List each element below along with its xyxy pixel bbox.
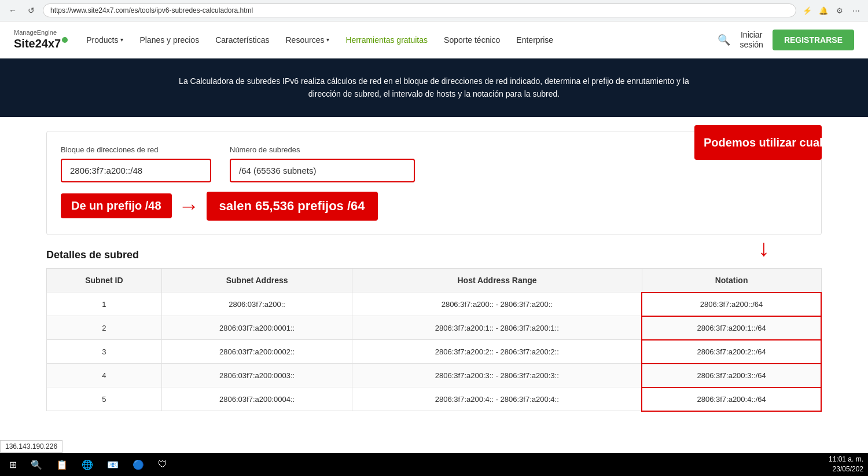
browser-icon-group: ⚡ 🔔 ⚙ ⋯ xyxy=(801,4,862,17)
cell-subnet-address: 2806:03f7:a200:0002:: xyxy=(161,340,352,364)
products-label: Products xyxy=(86,35,118,45)
cell-subnet-address: 2806:03f7:a200:0003:: xyxy=(161,364,352,387)
more-btn[interactable]: ⋯ xyxy=(849,4,862,17)
arrow-down-icon: ↓ xyxy=(758,235,770,261)
annotation-row: De un prefijo /48 → salen 65,536 prefijo… xyxy=(61,192,682,221)
cell-notation: 2806:3f7:a200:2::/64 xyxy=(642,340,821,364)
cell-notation: 2806:3f7:a200::/64 xyxy=(642,292,821,316)
table-row: 12806:03f7:a200::2806:3f7:a200:: - 2806:… xyxy=(47,292,822,316)
brand-logo[interactable]: ManageEngine Site24x7 xyxy=(14,29,68,50)
subnets-input[interactable] xyxy=(230,159,415,182)
subnets-label: Número de subredes xyxy=(230,145,415,154)
hero-text: La Calculadora de subredes IPv6 realiza … xyxy=(174,75,694,101)
herramientas-label: Herramientas gratuitas xyxy=(345,35,428,45)
cell-id: 2 xyxy=(47,316,162,340)
back-button[interactable]: ← xyxy=(6,3,20,17)
cell-notation: 2806:3f7:a200:4::/64 xyxy=(642,387,821,411)
nav-right: 🔍 Iniciarsesión REGISTRARSE xyxy=(718,30,854,50)
resources-link[interactable]: Resources ▾ xyxy=(286,35,330,45)
extension-btn-1[interactable]: ⚡ xyxy=(801,4,814,17)
table-title: Detalles de subred xyxy=(46,249,822,261)
subnet-table: Subnet ID Subnet Address Host Address Ra… xyxy=(46,268,822,412)
form-row: Bloque de direcciones de red Número de s… xyxy=(61,145,682,182)
cell-notation: 2806:3f7:a200:3::/64 xyxy=(642,364,821,387)
right-annotation-box: Podemos utilizar cualquiera de esos pref… xyxy=(694,125,822,160)
products-chevron: ▾ xyxy=(120,36,123,43)
login-button[interactable]: Iniciarsesión xyxy=(740,30,763,50)
cell-subnet-address: 2806:03f7:a200:0001:: xyxy=(161,316,352,340)
cell-host-range: 2806:3f7:a200:3:: - 2806:3f7:a200:3:: xyxy=(352,364,642,387)
block-label: Bloque de direcciones de red xyxy=(61,145,211,154)
address-bar[interactable]: https://www.site24x7.com/es/tools/ipv6-s… xyxy=(43,3,796,17)
cell-subnet-address: 2806:03f7:a200:: xyxy=(161,292,352,316)
nav-links: Products ▾ Planes y precios Característi… xyxy=(86,35,699,45)
soporte-link[interactable]: Soporte técnico xyxy=(444,35,500,45)
enterprise-label: Enterprise xyxy=(516,35,553,45)
table-header-row: Subnet ID Subnet Address Host Address Ra… xyxy=(47,268,822,292)
search-button[interactable]: 🔍 xyxy=(718,34,730,46)
col-header-id: Subnet ID xyxy=(47,268,162,292)
site24x7-text: Site24x7 xyxy=(14,36,68,50)
resources-label: Resources xyxy=(286,35,325,45)
browser-chrome: ← ↺ https://www.site24x7.com/es/tools/ip… xyxy=(0,0,868,21)
table-row: 52806:03f7:a200:0004::2806:3f7:a200:4:: … xyxy=(47,387,822,411)
cell-host-range: 2806:3f7:a200:: - 2806:3f7:a200:: xyxy=(352,292,642,316)
cell-id: 3 xyxy=(47,340,162,364)
annotation-center-box: salen 65,536 prefijos /64 xyxy=(207,192,378,221)
register-button[interactable]: REGISTRARSE xyxy=(773,30,854,50)
table-row: 32806:03f7:a200:0002::2806:3f7:a200:2:: … xyxy=(47,340,822,364)
cell-host-range: 2806:3f7:a200:1:: - 2806:3f7:a200:1:: xyxy=(352,316,642,340)
reload-button[interactable]: ↺ xyxy=(24,3,38,17)
products-link[interactable]: Products ▾ xyxy=(86,35,123,45)
extension-btn-3[interactable]: ⚙ xyxy=(833,4,846,17)
planes-label: Planes y precios xyxy=(139,35,199,45)
col-header-notation: Notation xyxy=(642,268,821,292)
subnets-form-group: Número de subredes xyxy=(230,145,415,182)
caracteristicas-label: Características xyxy=(215,35,269,45)
block-input[interactable] xyxy=(61,159,211,182)
cell-id: 1 xyxy=(47,292,162,316)
arrow-icon: → xyxy=(179,196,200,217)
col-header-address: Subnet Address xyxy=(161,268,352,292)
hero-banner: La Calculadora de subredes IPv6 realiza … xyxy=(0,58,868,117)
resources-chevron: ▾ xyxy=(326,36,329,43)
main-content: Podemos utilizar cualquiera de esos pref… xyxy=(35,117,833,426)
annotation-left-box: De un prefijo /48 xyxy=(61,193,172,218)
table-section: Detalles de subred Subnet ID Subnet Addr… xyxy=(46,249,822,412)
cell-id: 4 xyxy=(47,364,162,387)
herramientas-link[interactable]: Herramientas gratuitas xyxy=(345,35,428,45)
cell-id: 5 xyxy=(47,387,162,411)
manage-engine-text: ManageEngine xyxy=(14,29,68,36)
table-row: 22806:03f7:a200:0001::2806:3f7:a200:1:: … xyxy=(47,316,822,340)
block-form-group: Bloque de direcciones de red xyxy=(61,145,211,182)
planes-link[interactable]: Planes y precios xyxy=(139,35,199,45)
cell-host-range: 2806:3f7:a200:2:: - 2806:3f7:a200:2:: xyxy=(352,340,642,364)
cell-notation: 2806:3f7:a200:1::/64 xyxy=(642,316,821,340)
enterprise-link[interactable]: Enterprise xyxy=(516,35,553,45)
extension-btn-2[interactable]: 🔔 xyxy=(817,4,830,17)
col-header-range: Host Address Range xyxy=(352,268,642,292)
cell-host-range: 2806:3f7:a200:4:: - 2806:3f7:a200:4:: xyxy=(352,387,642,411)
cell-subnet-address: 2806:03f7:a200:0004:: xyxy=(161,387,352,411)
soporte-label: Soporte técnico xyxy=(444,35,500,45)
table-row: 42806:03f7:a200:0003::2806:3f7:a200:3:: … xyxy=(47,364,822,387)
navbar: ManageEngine Site24x7 Products ▾ Planes … xyxy=(0,21,868,58)
logo-dot xyxy=(62,37,68,43)
caracteristicas-link[interactable]: Características xyxy=(215,35,269,45)
